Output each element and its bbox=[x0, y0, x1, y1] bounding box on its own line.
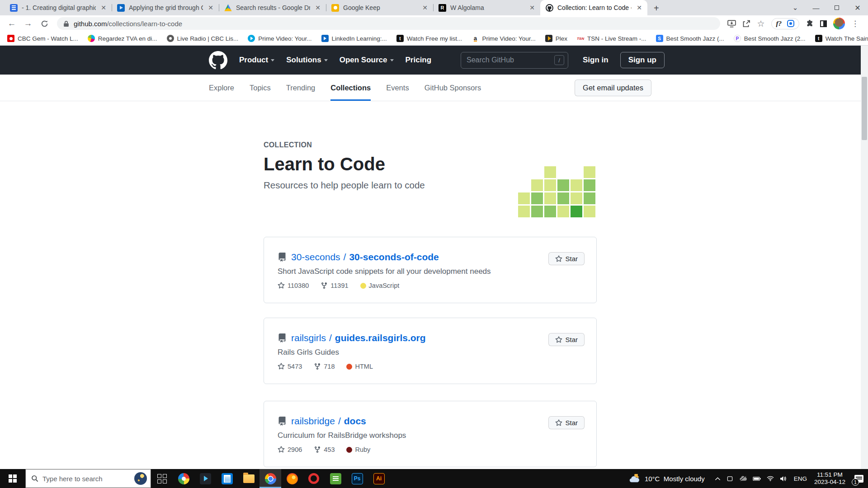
subnav-collections[interactable]: Collections bbox=[330, 75, 371, 101]
maximize-button[interactable] bbox=[826, 0, 847, 15]
bookmark-cbc-gem[interactable]: CBC Gem - Watch L... bbox=[7, 35, 78, 42]
mosaic-cell bbox=[518, 192, 530, 204]
search-highlights-icon[interactable] bbox=[134, 472, 147, 485]
taskbar-app-firefox[interactable] bbox=[281, 469, 303, 488]
bookmark-star-icon[interactable]: ☆ bbox=[757, 19, 764, 29]
back-icon[interactable]: ← bbox=[5, 16, 19, 31]
wifi-icon[interactable] bbox=[767, 476, 774, 481]
bookmark-amazon-prime[interactable]: Prime Video: Your... bbox=[472, 35, 535, 42]
repo-stats: 2906 453 Ruby bbox=[278, 446, 583, 453]
mosaic-cell bbox=[584, 192, 595, 204]
profile-avatar[interactable] bbox=[833, 18, 845, 29]
taskbar-app-opera[interactable] bbox=[303, 469, 325, 488]
tab-google-drive[interactable]: Search results - Google Drive ✕ bbox=[219, 0, 326, 15]
address-bar[interactable]: github.com/collections/learn-to-code bbox=[57, 17, 720, 30]
subnav-topics[interactable]: Topics bbox=[250, 75, 271, 101]
page-scrollbar[interactable] bbox=[861, 46, 868, 469]
tab-algolama[interactable]: W Algolama ✕ bbox=[433, 0, 540, 15]
mosaic-cell bbox=[518, 166, 530, 178]
nav-open-source[interactable]: Open Source bbox=[340, 56, 394, 65]
taskbar-app-movies[interactable] bbox=[194, 469, 216, 488]
subnav-explore[interactable]: Explore bbox=[209, 75, 234, 101]
get-email-updates-button[interactable]: Get email updates bbox=[575, 80, 651, 96]
repo-link[interactable]: railsgirls/guides.railsgirls.org bbox=[291, 333, 426, 343]
font-finder-extension-icon[interactable]: f? bbox=[776, 20, 782, 28]
tray-expand-icon[interactable] bbox=[715, 477, 721, 481]
install-icon[interactable] bbox=[727, 20, 736, 28]
new-tab-button[interactable]: + bbox=[647, 3, 665, 15]
share-icon[interactable] bbox=[742, 20, 750, 28]
taskbar-search-box[interactable] bbox=[25, 469, 151, 488]
minimize-button[interactable]: — bbox=[806, 0, 826, 15]
close-icon[interactable]: ✕ bbox=[314, 4, 321, 11]
bookmark-smooth-jazz-2[interactable]: Best Smooth Jazz (2... bbox=[734, 35, 806, 42]
sign-up-button[interactable]: Sign up bbox=[620, 52, 665, 68]
extensions-puzzle-icon[interactable] bbox=[806, 19, 814, 28]
nav-product[interactable]: Product bbox=[239, 56, 274, 65]
recorder-extension-icon[interactable] bbox=[787, 20, 794, 27]
taskbar-app-photoshop[interactable]: Ps bbox=[346, 469, 368, 488]
bookmark-the-saint[interactable]: Watch The Saint S0... bbox=[815, 35, 868, 42]
star-count: 2906 bbox=[278, 446, 302, 453]
reload-icon[interactable] bbox=[37, 16, 52, 31]
weather-widget[interactable]: 10°C Mostly cloudy bbox=[623, 469, 710, 488]
reading-mode-icon[interactable] bbox=[820, 20, 827, 27]
volume-icon[interactable] bbox=[780, 476, 787, 482]
bookmark-linkedin-learning[interactable]: LinkedIn Learning:... bbox=[321, 35, 387, 42]
repo-link[interactable]: railsbridge/docs bbox=[291, 416, 366, 427]
taskbar-app-calculator[interactable] bbox=[216, 469, 238, 488]
star-button[interactable]: Star bbox=[548, 252, 585, 265]
start-button[interactable] bbox=[0, 469, 25, 488]
action-center-button[interactable]: 1 bbox=[850, 469, 868, 488]
taskbar-app-file-explorer[interactable] bbox=[238, 469, 259, 488]
star-button[interactable]: Star bbox=[548, 416, 585, 429]
bookmark-smooth-jazz-1[interactable]: Best Smooth Jazz (... bbox=[656, 35, 724, 42]
tab-github-collection[interactable]: Collection: Learn to Code - GitHu ✕ bbox=[540, 0, 647, 15]
bookmark-tsn[interactable]: TSN - Live Stream -... bbox=[577, 35, 646, 42]
github-search-box[interactable]: / bbox=[461, 52, 568, 69]
star-button[interactable]: Star bbox=[548, 333, 585, 346]
bookmark-tva[interactable]: Regardez TVA en di... bbox=[88, 35, 157, 42]
tablet-mode-icon[interactable] bbox=[726, 476, 733, 482]
close-icon[interactable]: ✕ bbox=[528, 4, 536, 11]
taskbar-clock[interactable]: 11:51 PM 2023-04-12 bbox=[810, 471, 850, 486]
taskbar-app-notes[interactable] bbox=[325, 469, 346, 488]
subnav-events[interactable]: Events bbox=[386, 75, 409, 101]
github-search-input[interactable] bbox=[467, 56, 552, 64]
input-language[interactable]: ENG bbox=[791, 475, 810, 482]
close-icon[interactable]: ✕ bbox=[100, 4, 107, 11]
taskbar-app-illustrator[interactable]: Ai bbox=[368, 469, 390, 488]
star-icon bbox=[278, 446, 285, 453]
mosaic-cell bbox=[557, 179, 569, 191]
task-view-button[interactable] bbox=[151, 469, 173, 488]
onedrive-icon[interactable] bbox=[739, 476, 747, 481]
nav-solutions[interactable]: Solutions bbox=[286, 56, 327, 65]
taskbar-app-chrome[interactable] bbox=[259, 469, 281, 488]
sign-in-link[interactable]: Sign in bbox=[583, 56, 609, 65]
document-icon bbox=[10, 4, 18, 12]
nav-pricing[interactable]: Pricing bbox=[406, 56, 432, 65]
tab-search-icon[interactable]: ⌄ bbox=[785, 0, 806, 15]
close-icon[interactable]: ✕ bbox=[636, 4, 643, 11]
taskbar-app-paint[interactable] bbox=[173, 469, 194, 488]
tab-google-keep[interactable]: Google Keep ✕ bbox=[326, 0, 433, 15]
scrollbar-thumb[interactable] bbox=[862, 77, 867, 140]
tab-css-grid[interactable]: Applying the grid through CSS ✕ bbox=[112, 0, 219, 15]
browser-menu-icon[interactable]: ⋮ bbox=[851, 19, 859, 28]
close-icon[interactable]: ✕ bbox=[421, 4, 429, 11]
window-close-button[interactable]: ✕ bbox=[847, 0, 868, 15]
tab-digital-graphics[interactable]: - 1. Creating digital graphics and ✕ bbox=[5, 0, 112, 15]
repo-link[interactable]: 30-seconds/30-seconds-of-code bbox=[291, 252, 439, 263]
forward-icon[interactable]: → bbox=[21, 16, 35, 31]
github-logo-icon[interactable] bbox=[209, 51, 227, 70]
subnav-trending[interactable]: Trending bbox=[286, 75, 316, 101]
subnav-github-sponsors[interactable]: GitHub Sponsors bbox=[425, 75, 481, 101]
bookmark-tubi[interactable]: Watch Free my list... bbox=[396, 35, 462, 42]
bookmark-prime-video[interactable]: Prime Video: Your... bbox=[248, 35, 311, 42]
battery-icon[interactable] bbox=[753, 476, 761, 481]
taskbar-search-input[interactable] bbox=[42, 475, 130, 483]
bookmark-plex[interactable]: Plex bbox=[545, 35, 567, 42]
close-icon[interactable]: ✕ bbox=[207, 4, 214, 11]
bookmark-cbc-radio[interactable]: Live Radio | CBC Lis... bbox=[167, 35, 239, 42]
language-dot bbox=[346, 364, 352, 370]
